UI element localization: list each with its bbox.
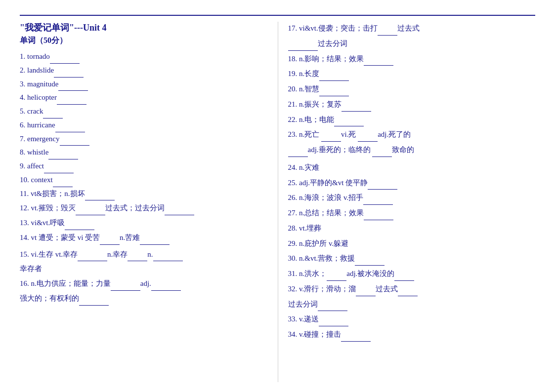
page-title: "我爱记单词"---Unit 4 xyxy=(20,22,273,34)
item-18: 18. n.影响；结果；效果 xyxy=(288,52,536,66)
blank-6 xyxy=(55,125,85,132)
blank-25 xyxy=(368,182,397,190)
item-16: 16. n.电力供应；能量；力量adj. xyxy=(20,277,273,291)
blank-32b xyxy=(398,289,418,296)
item-22: 22. n.电；电能 xyxy=(288,113,536,127)
item-19: 19. n.长度 xyxy=(288,67,536,81)
item-4: 4. helicopter xyxy=(20,91,273,105)
blank-9 xyxy=(44,166,74,173)
blank-4 xyxy=(57,97,86,105)
item-12: 12. vt.摧毁；毁灭过去式；过去分词 xyxy=(20,201,273,215)
page-subtitle: 单词（50分） xyxy=(20,36,273,46)
blank-33 xyxy=(319,319,348,326)
item-33: 33. v.递送 xyxy=(288,313,536,326)
top-border xyxy=(20,15,535,16)
blank-13 xyxy=(65,223,94,230)
item-17: 17. vi&vt.侵袭；突击；击打过去式 xyxy=(288,22,536,36)
item-32: 32. v.滑行；滑动；溜过去式 xyxy=(288,282,536,296)
blank-15a xyxy=(78,254,107,261)
item-5: 5. crack xyxy=(20,105,273,118)
item-24: 24. n.灾难 xyxy=(288,161,536,175)
page: "我爱记单词"---Unit 4 单词（50分） 1. tornado 2. l… xyxy=(0,0,555,392)
blank-8 xyxy=(48,152,78,159)
blank-16b xyxy=(151,283,181,291)
item-7: 7. emergency xyxy=(20,132,273,146)
blank-14b xyxy=(140,237,170,245)
blank-30 xyxy=(355,258,384,266)
item-34: 34. v.碰撞；撞击 xyxy=(288,328,536,342)
blank-1 xyxy=(50,56,80,64)
blank-20 xyxy=(319,89,349,96)
item-15: 15. vi.生存 vt.幸存n.幸存n. xyxy=(20,248,273,262)
blank-2 xyxy=(54,70,84,78)
item-2: 2. landslide xyxy=(20,64,273,78)
blank-21 xyxy=(342,104,371,112)
item-17-cont: 过去分词 xyxy=(288,37,536,51)
blank-32a xyxy=(356,289,376,296)
blank-31a xyxy=(327,274,346,281)
blank-26 xyxy=(363,197,393,205)
blank-12a xyxy=(76,208,105,215)
item-31: 31. n.洪水；adj.被水淹没的 xyxy=(288,267,536,281)
blank-5 xyxy=(43,111,63,118)
left-column: "我爱记单词"---Unit 4 单词（50分） 1. tornado 2. l… xyxy=(20,22,278,382)
item-29: 29. n.庇护所 v.躲避 xyxy=(288,237,536,251)
blank-34 xyxy=(341,334,371,342)
blank-23c xyxy=(288,150,308,157)
item-21: 21. n.振兴；复苏 xyxy=(288,98,536,112)
item-13: 13. vi&vt.呼吸 xyxy=(20,216,273,230)
item-10: 10. context xyxy=(20,173,273,187)
item-23-cont: adj.垂死的；临终的 致命的 xyxy=(288,143,536,157)
blank-31b xyxy=(394,274,414,281)
item-30: 30. n.&vt.营救；救援 xyxy=(288,252,536,266)
item-6: 6. hurricane xyxy=(20,118,273,132)
item-23: 23. n.死亡 vi.死 adj.死了的 xyxy=(288,128,536,142)
blank-16c xyxy=(79,298,109,306)
blank-14a xyxy=(100,237,120,245)
blank-11 xyxy=(85,193,115,200)
item-28: 28. vt.埋葬 xyxy=(288,222,536,235)
blank-27 xyxy=(364,213,393,220)
blank-19 xyxy=(319,74,349,81)
item-1: 1. tornado xyxy=(20,50,273,64)
blank-15b xyxy=(128,254,147,261)
blank-15c xyxy=(153,254,183,261)
blank-12b xyxy=(165,208,194,215)
item-25: 25. adj.平静的&vt 使平静 xyxy=(288,176,536,190)
blank-16a xyxy=(111,283,140,291)
blank-23b xyxy=(358,134,378,142)
item-15-cont: 幸存者 xyxy=(20,262,273,276)
item-8: 8. whistle xyxy=(20,146,273,159)
item-32-cont: 过去分词 xyxy=(288,298,536,312)
blank-3 xyxy=(58,83,88,91)
blank-23d xyxy=(372,150,392,157)
item-26: 26. n.海浪；波浪 v.招手 xyxy=(288,191,536,205)
item-27: 27. n.总结；结果；效果 xyxy=(288,206,536,220)
blank-18 xyxy=(364,58,393,66)
item-11: 11. vt&损害；n.损坏 xyxy=(20,187,273,201)
blank-32c xyxy=(318,304,347,311)
blank-23a xyxy=(321,134,341,142)
blank-22 xyxy=(334,119,364,126)
blank-7 xyxy=(60,138,89,146)
blank-17a xyxy=(378,28,397,36)
item-9: 9. affect xyxy=(20,159,273,173)
blank-17b xyxy=(288,43,318,51)
content: "我爱记单词"---Unit 4 单词（50分） 1. tornado 2. l… xyxy=(20,22,535,382)
right-column: 17. vi&vt.侵袭；突击；击打过去式 过去分词 18. n.影响；结果；效… xyxy=(278,22,536,382)
item-16-cont: 强大的；有权利的 xyxy=(20,292,273,306)
item-14: 14. vt 遭受；蒙受 vi 受苦n.苦难 xyxy=(20,231,273,245)
item-20: 20. n.智慧 xyxy=(288,82,536,96)
blank-10 xyxy=(53,180,73,187)
item-3: 3. magnitude xyxy=(20,78,273,91)
